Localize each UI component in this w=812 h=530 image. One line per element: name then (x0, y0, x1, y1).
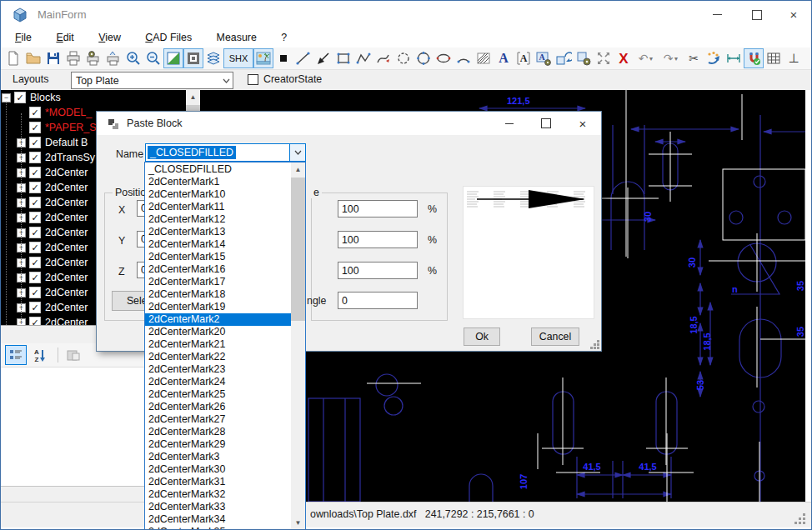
menu-view[interactable]: View (88, 28, 132, 47)
viewport-toggle[interactable] (183, 48, 203, 68)
checkbox-icon[interactable]: ✓ (29, 272, 41, 283)
scroll-up-icon[interactable]: ▲ (291, 162, 305, 176)
block-name-combobox[interactable]: _CLOSEDFILLED (145, 143, 306, 162)
draw-circle-button[interactable] (414, 48, 434, 68)
text-style-button[interactable]: A (534, 48, 554, 68)
dropdown-item[interactable]: 2dCenterMark22 (145, 351, 291, 363)
text-button[interactable]: A (494, 48, 514, 68)
draw-arc-button[interactable] (454, 48, 474, 68)
dropdown-item[interactable]: 2dCenterMark34 (145, 513, 291, 526)
checkbox-icon[interactable]: ✓ (29, 182, 41, 193)
print-preview-button[interactable] (83, 48, 103, 68)
checkbox-icon[interactable]: ✓ (29, 287, 41, 298)
scale-x-field[interactable] (338, 200, 418, 218)
categorized-button[interactable] (5, 345, 27, 365)
snap-toggle[interactable] (744, 48, 764, 68)
checkbox-icon[interactable]: ✓ (29, 227, 41, 238)
layers-button[interactable] (203, 48, 223, 68)
dropdown-item[interactable]: 2dCenterMark23 (145, 363, 291, 376)
menu-edit[interactable]: Edit (45, 28, 84, 47)
scale-z-field[interactable] (338, 262, 418, 279)
menu-help[interactable]: ? (270, 28, 298, 47)
zoom-out-button[interactable] (143, 48, 163, 68)
menu-cad-files[interactable]: CAD Files (134, 28, 203, 47)
draw-ellipse-button[interactable] (434, 48, 454, 68)
draw-arrow-button[interactable] (313, 48, 333, 68)
dropdown-item[interactable]: 2dCenterMark33 (145, 501, 291, 513)
scroll-up-icon[interactable]: ▲ (186, 90, 200, 103)
dropdown-item[interactable]: 2dCenterMark14 (145, 238, 291, 251)
cancel-button[interactable]: Cancel (531, 328, 579, 346)
dropdown-item[interactable]: 2dCenterMark35 (145, 526, 291, 529)
menu-file[interactable]: File (4, 28, 43, 47)
zoom-extents-button[interactable] (594, 48, 614, 68)
text-frame-button[interactable]: A (514, 48, 534, 68)
scroll-down-icon[interactable]: ▼ (291, 516, 305, 529)
window-maximize-button[interactable] (738, 1, 776, 28)
checkbox-icon[interactable]: ✓ (29, 107, 41, 118)
dropdown-item[interactable]: 2dCenterMark12 (145, 213, 291, 226)
checkbox-icon[interactable]: ✓ (29, 137, 41, 148)
dropdown-item[interactable]: 2dCenterMark1 (145, 176, 291, 188)
page-setup-button[interactable] (103, 48, 123, 68)
draw-cloud-button[interactable] (393, 48, 414, 68)
block-edit-button[interactable] (574, 48, 594, 68)
dialog-maximize-button[interactable] (532, 112, 560, 135)
scale-y-field[interactable] (338, 231, 418, 248)
dialog-minimize-button[interactable] (495, 112, 524, 135)
background-image-toggle[interactable] (253, 48, 273, 68)
redo-button[interactable]: ↷▼ (659, 48, 684, 68)
draw-polyline-button[interactable] (353, 48, 373, 68)
tree-root-blocks[interactable]: − ✓ Blocks (1, 90, 200, 105)
creatorstate-checkbox[interactable] (248, 74, 258, 85)
shx-fonts-toggle[interactable]: SHX (223, 48, 253, 68)
dropdown-item[interactable]: 2dCenterMark30 (145, 463, 291, 476)
color-swatch-button[interactable] (273, 48, 293, 68)
checkbox-icon[interactable]: ✓ (29, 122, 41, 133)
dropdown-item[interactable]: 2dCenterMark26 (145, 401, 291, 413)
dropdown-item[interactable]: 2dCenterMark32 (145, 488, 291, 501)
new-file-button[interactable] (3, 48, 23, 68)
dropdown-item[interactable]: 2dCenterMark25 (145, 388, 291, 401)
dropdown-item[interactable]: 2dCenterMark21 (145, 338, 291, 351)
checkbox-icon[interactable]: ✓ (29, 302, 41, 313)
dropdown-item[interactable]: 2dCenterMark16 (145, 263, 291, 276)
cut-button[interactable]: ✂ (684, 48, 704, 68)
paste-special-button[interactable] (704, 48, 724, 68)
block-insert-button[interactable] (554, 48, 574, 68)
draw-rectangle-button[interactable] (333, 48, 353, 68)
dropdown-scrollbar[interactable]: ▲ ▼ (291, 162, 305, 529)
checkbox-icon[interactable]: ✓ (29, 317, 41, 325)
dropdown-scrollbar-thumb[interactable] (291, 178, 305, 321)
fit-view-toggle[interactable] (163, 48, 183, 68)
dropdown-item[interactable]: 2dCenterMark11 (145, 201, 291, 213)
sort-alphabetical-button[interactable]: AZ (29, 345, 51, 365)
draw-line-button[interactable] (293, 48, 313, 68)
dropdown-item[interactable]: 2dCenterMark17 (145, 276, 291, 288)
dropdown-item[interactable]: 2dCenterMark18 (145, 288, 291, 301)
dropdown-item[interactable]: 2dCenterMark3 (145, 451, 291, 463)
undo-button[interactable]: ↶▼ (634, 48, 659, 68)
dropdown-item[interactable]: 2dCenterMark10 (145, 188, 291, 201)
checkbox-icon[interactable]: ✓ (29, 257, 41, 268)
zoom-in-button[interactable] (123, 48, 143, 68)
checkbox-icon[interactable]: ✓ (29, 197, 41, 208)
grid-button[interactable] (764, 48, 784, 68)
perpendicular-button[interactable]: ⊥ (784, 48, 804, 68)
checkbox-icon[interactable]: ✓ (14, 92, 26, 103)
dropdown-item[interactable]: 2dCenterMark31 (145, 476, 291, 488)
delete-button[interactable]: X (614, 48, 634, 68)
dropdown-item[interactable]: 2dCenterMark29 (145, 438, 291, 451)
dialog-resize-grip[interactable] (589, 339, 599, 349)
dimension-button[interactable] (724, 48, 744, 68)
menu-measure[interactable]: Measure (206, 28, 268, 47)
draw-spline-button[interactable] (373, 48, 393, 68)
dropdown-item[interactable]: 2dCenterMark27 (145, 413, 291, 426)
dropdown-item[interactable]: _CLOSEDFILLED (145, 163, 291, 176)
hatch-button[interactable] (474, 48, 494, 68)
save-button[interactable] (43, 48, 63, 68)
angle-field[interactable] (338, 292, 418, 309)
dialog-close-button[interactable]: × (569, 112, 597, 135)
checkbox-icon[interactable]: ✓ (29, 152, 41, 163)
print-button[interactable] (63, 48, 83, 68)
